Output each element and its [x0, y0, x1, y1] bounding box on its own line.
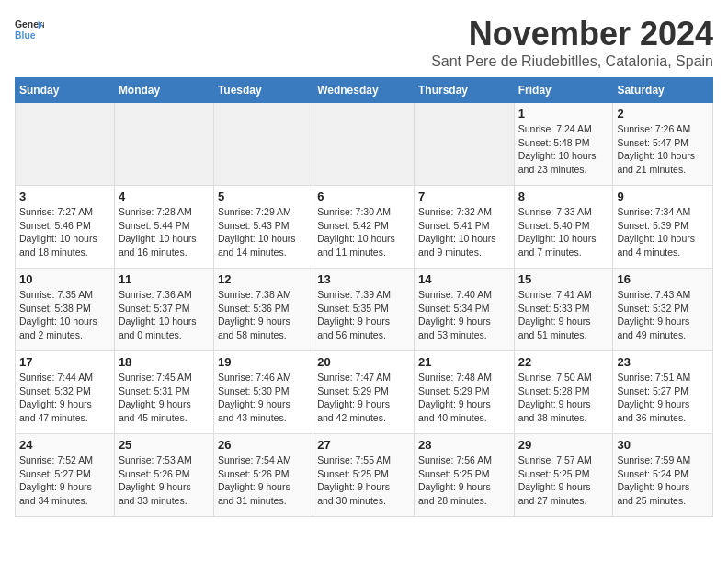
calendar-cell: 11Sunrise: 7:36 AM Sunset: 5:37 PM Dayli… — [114, 269, 213, 351]
calendar-cell — [213, 103, 313, 186]
calendar-cell: 28Sunrise: 7:56 AM Sunset: 5:25 PM Dayli… — [414, 434, 514, 517]
calendar-cell: 8Sunrise: 7:33 AM Sunset: 5:40 PM Daylig… — [514, 186, 613, 269]
day-info: Sunrise: 7:46 AM Sunset: 5:30 PM Dayligh… — [218, 371, 309, 425]
svg-text:Blue: Blue — [15, 30, 36, 40]
day-number: 1 — [518, 107, 609, 121]
weekday-header-monday: Monday — [114, 78, 213, 103]
day-number: 22 — [518, 355, 609, 369]
day-number: 5 — [218, 190, 309, 203]
calendar-table: SundayMondayTuesdayWednesdayThursdayFrid… — [15, 77, 713, 517]
day-info: Sunrise: 7:52 AM Sunset: 5:27 PM Dayligh… — [19, 454, 110, 508]
weekday-header-saturday: Saturday — [613, 78, 713, 103]
day-info: Sunrise: 7:44 AM Sunset: 5:32 PM Dayligh… — [19, 371, 110, 425]
title-area: November 2024 Sant Pere de Riudebitlles,… — [431, 15, 713, 70]
day-info: Sunrise: 7:47 AM Sunset: 5:29 PM Dayligh… — [317, 371, 410, 425]
calendar-cell: 19Sunrise: 7:46 AM Sunset: 5:30 PM Dayli… — [213, 351, 313, 434]
calendar-cell: 12Sunrise: 7:38 AM Sunset: 5:36 PM Dayli… — [213, 269, 313, 351]
calendar-cell — [414, 103, 514, 186]
day-number: 14 — [418, 272, 510, 286]
calendar-cell: 27Sunrise: 7:55 AM Sunset: 5:25 PM Dayli… — [313, 434, 415, 517]
day-info: Sunrise: 7:33 AM Sunset: 5:40 PM Dayligh… — [518, 205, 609, 259]
day-info: Sunrise: 7:40 AM Sunset: 5:34 PM Dayligh… — [418, 288, 510, 342]
calendar-cell: 22Sunrise: 7:50 AM Sunset: 5:28 PM Dayli… — [514, 351, 613, 434]
day-number: 6 — [317, 190, 410, 203]
calendar-cell — [16, 103, 115, 186]
calendar-cell: 20Sunrise: 7:47 AM Sunset: 5:29 PM Dayli… — [313, 351, 415, 434]
day-number: 16 — [617, 272, 709, 286]
day-number: 13 — [317, 272, 410, 286]
day-number: 17 — [19, 355, 110, 369]
day-number: 4 — [119, 190, 210, 203]
day-number: 9 — [617, 190, 709, 203]
day-number: 29 — [518, 438, 609, 452]
calendar-week-row: 3Sunrise: 7:27 AM Sunset: 5:46 PM Daylig… — [16, 186, 713, 269]
day-number: 2 — [617, 107, 709, 121]
logo-icon: General Blue — [15, 15, 44, 44]
day-info: Sunrise: 7:43 AM Sunset: 5:32 PM Dayligh… — [617, 288, 709, 342]
day-info: Sunrise: 7:28 AM Sunset: 5:44 PM Dayligh… — [119, 205, 210, 259]
day-info: Sunrise: 7:34 AM Sunset: 5:39 PM Dayligh… — [617, 205, 709, 259]
day-number: 20 — [317, 355, 410, 369]
day-number: 19 — [218, 355, 309, 369]
day-info: Sunrise: 7:53 AM Sunset: 5:26 PM Dayligh… — [119, 454, 210, 508]
calendar-cell: 4Sunrise: 7:28 AM Sunset: 5:44 PM Daylig… — [114, 186, 213, 269]
day-info: Sunrise: 7:24 AM Sunset: 5:48 PM Dayligh… — [518, 122, 609, 177]
weekday-header-wednesday: Wednesday — [313, 78, 415, 103]
day-number: 18 — [119, 355, 210, 369]
day-info: Sunrise: 7:35 AM Sunset: 5:38 PM Dayligh… — [19, 288, 110, 342]
calendar-cell: 3Sunrise: 7:27 AM Sunset: 5:46 PM Daylig… — [16, 186, 115, 269]
day-info: Sunrise: 7:32 AM Sunset: 5:41 PM Dayligh… — [418, 205, 510, 259]
day-number: 10 — [19, 272, 110, 286]
day-info: Sunrise: 7:55 AM Sunset: 5:25 PM Dayligh… — [317, 454, 410, 508]
month-title: November 2024 — [431, 15, 713, 53]
day-number: 15 — [518, 272, 609, 286]
day-info: Sunrise: 7:26 AM Sunset: 5:47 PM Dayligh… — [617, 122, 709, 177]
calendar-week-row: 24Sunrise: 7:52 AM Sunset: 5:27 PM Dayli… — [16, 434, 713, 517]
day-info: Sunrise: 7:29 AM Sunset: 5:43 PM Dayligh… — [218, 205, 309, 259]
day-info: Sunrise: 7:41 AM Sunset: 5:33 PM Dayligh… — [518, 288, 609, 342]
calendar-cell: 30Sunrise: 7:59 AM Sunset: 5:24 PM Dayli… — [613, 434, 713, 517]
calendar-week-row: 10Sunrise: 7:35 AM Sunset: 5:38 PM Dayli… — [16, 269, 713, 351]
day-number: 11 — [119, 272, 210, 286]
day-info: Sunrise: 7:36 AM Sunset: 5:37 PM Dayligh… — [119, 288, 210, 342]
day-number: 23 — [617, 355, 709, 369]
calendar-cell: 1Sunrise: 7:24 AM Sunset: 5:48 PM Daylig… — [514, 103, 613, 186]
calendar-cell: 6Sunrise: 7:30 AM Sunset: 5:42 PM Daylig… — [313, 186, 415, 269]
day-info: Sunrise: 7:54 AM Sunset: 5:26 PM Dayligh… — [218, 454, 309, 508]
day-number: 24 — [19, 438, 110, 452]
weekday-header-sunday: Sunday — [16, 78, 115, 103]
weekday-header-tuesday: Tuesday — [213, 78, 313, 103]
calendar-cell: 21Sunrise: 7:48 AM Sunset: 5:29 PM Dayli… — [414, 351, 514, 434]
calendar-cell: 5Sunrise: 7:29 AM Sunset: 5:43 PM Daylig… — [213, 186, 313, 269]
day-number: 25 — [119, 438, 210, 452]
day-number: 12 — [218, 272, 309, 286]
calendar-cell: 13Sunrise: 7:39 AM Sunset: 5:35 PM Dayli… — [313, 269, 415, 351]
day-number: 30 — [617, 438, 709, 452]
day-info: Sunrise: 7:59 AM Sunset: 5:24 PM Dayligh… — [617, 454, 709, 508]
day-info: Sunrise: 7:48 AM Sunset: 5:29 PM Dayligh… — [418, 371, 510, 425]
calendar-cell: 15Sunrise: 7:41 AM Sunset: 5:33 PM Dayli… — [514, 269, 613, 351]
location-title: Sant Pere de Riudebitlles, Catalonia, Sp… — [431, 53, 713, 70]
calendar-cell: 18Sunrise: 7:45 AM Sunset: 5:31 PM Dayli… — [114, 351, 213, 434]
calendar-cell: 26Sunrise: 7:54 AM Sunset: 5:26 PM Dayli… — [213, 434, 313, 517]
calendar-cell: 7Sunrise: 7:32 AM Sunset: 5:41 PM Daylig… — [414, 186, 514, 269]
day-info: Sunrise: 7:56 AM Sunset: 5:25 PM Dayligh… — [418, 454, 510, 508]
calendar-cell: 10Sunrise: 7:35 AM Sunset: 5:38 PM Dayli… — [16, 269, 115, 351]
calendar-cell: 17Sunrise: 7:44 AM Sunset: 5:32 PM Dayli… — [16, 351, 115, 434]
calendar-cell: 29Sunrise: 7:57 AM Sunset: 5:25 PM Dayli… — [514, 434, 613, 517]
day-info: Sunrise: 7:50 AM Sunset: 5:28 PM Dayligh… — [518, 371, 609, 425]
calendar-cell: 14Sunrise: 7:40 AM Sunset: 5:34 PM Dayli… — [414, 269, 514, 351]
day-number: 28 — [418, 438, 510, 452]
logo: General Blue — [15, 15, 44, 44]
day-number: 21 — [418, 355, 510, 369]
calendar-cell: 9Sunrise: 7:34 AM Sunset: 5:39 PM Daylig… — [613, 186, 713, 269]
calendar-cell — [114, 103, 213, 186]
day-info: Sunrise: 7:51 AM Sunset: 5:27 PM Dayligh… — [617, 371, 709, 425]
day-info: Sunrise: 7:45 AM Sunset: 5:31 PM Dayligh… — [119, 371, 210, 425]
weekday-header-friday: Friday — [514, 78, 613, 103]
calendar-cell: 24Sunrise: 7:52 AM Sunset: 5:27 PM Dayli… — [16, 434, 115, 517]
calendar-cell: 2Sunrise: 7:26 AM Sunset: 5:47 PM Daylig… — [613, 103, 713, 186]
weekday-header-thursday: Thursday — [414, 78, 514, 103]
calendar-cell: 16Sunrise: 7:43 AM Sunset: 5:32 PM Dayli… — [613, 269, 713, 351]
day-info: Sunrise: 7:38 AM Sunset: 5:36 PM Dayligh… — [218, 288, 309, 342]
